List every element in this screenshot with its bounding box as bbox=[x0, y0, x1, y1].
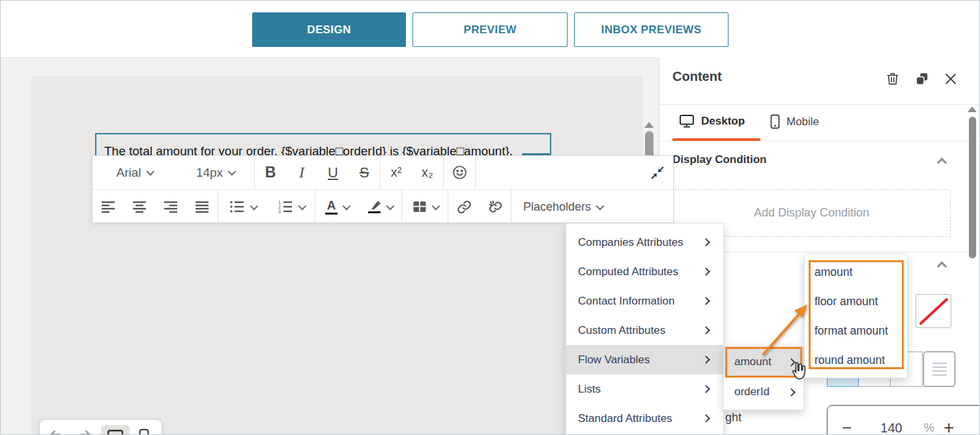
add-display-condition-label: Add Display Condition bbox=[754, 206, 869, 220]
table-button[interactable] bbox=[402, 190, 448, 224]
flow-variables-submenu: amount orderId bbox=[723, 346, 804, 410]
mobile-preview-toggle[interactable] bbox=[139, 428, 149, 435]
collapse-toolbar-button[interactable] bbox=[642, 156, 673, 189]
duplicate-icon[interactable] bbox=[915, 72, 929, 86]
chevron-down-icon bbox=[298, 202, 306, 210]
emoji-icon bbox=[452, 164, 468, 181]
font-size-value: 14px bbox=[196, 166, 223, 180]
collapse-icon bbox=[650, 166, 665, 180]
display-condition-collapse-chevron[interactable] bbox=[938, 159, 945, 166]
unlink-button[interactable] bbox=[480, 190, 511, 224]
tab-inbox-previews[interactable]: INBOX PREVIEWS bbox=[574, 12, 728, 47]
design-canvas: The total amount for your order, {$varia… bbox=[1, 58, 659, 435]
tab-preview[interactable]: PREVIEW bbox=[412, 12, 568, 47]
placeholders-menu: Companies Attributes Computed Attributes… bbox=[566, 223, 724, 435]
numbered-list-icon: 123 bbox=[278, 200, 293, 213]
chevron-down-icon bbox=[596, 202, 605, 210]
tab-mobile-label: Mobile bbox=[786, 115, 819, 128]
undo-icon[interactable] bbox=[49, 428, 66, 435]
placeholders-dropdown-button[interactable]: Placeholders bbox=[512, 190, 614, 224]
chevron-down-icon bbox=[228, 168, 237, 176]
rich-text-toolbar: Arial 14px B I U S x² x₂ bbox=[92, 155, 674, 223]
panel-scrollbar[interactable] bbox=[969, 117, 976, 258]
svg-text:2: 2 bbox=[278, 205, 281, 209]
underline-button[interactable]: U bbox=[317, 156, 349, 189]
submenu-item-orderid[interactable]: orderId bbox=[724, 377, 803, 407]
menu-item-lists[interactable]: Lists bbox=[566, 374, 723, 404]
no-color-swatch[interactable] bbox=[915, 294, 951, 328]
line-height-value[interactable]: 140 bbox=[868, 421, 915, 435]
link-button[interactable] bbox=[448, 190, 480, 224]
font-color-button[interactable]: A bbox=[315, 190, 358, 224]
superscript-button[interactable]: x² bbox=[381, 156, 412, 189]
chevron-down-icon bbox=[146, 168, 154, 176]
chevron-down-icon bbox=[250, 202, 258, 210]
tabs-divider bbox=[659, 141, 980, 142]
submenu-chevron-icon bbox=[702, 326, 710, 335]
option-amount[interactable]: amount bbox=[805, 258, 907, 287]
font-color-icon: A bbox=[325, 199, 338, 215]
submenu-chevron-icon bbox=[702, 385, 710, 393]
tab-desktop-label: Desktop bbox=[701, 115, 745, 128]
line-height-increase-button[interactable]: + bbox=[944, 417, 954, 435]
bullet-list-icon bbox=[229, 200, 245, 213]
bullet-list-button[interactable] bbox=[218, 190, 267, 224]
line-height-label: ght bbox=[725, 411, 742, 425]
font-family-value: Arial bbox=[116, 166, 141, 180]
menu-item-computed-attributes[interactable]: Computed Attributes bbox=[566, 257, 723, 286]
table-icon bbox=[412, 200, 427, 213]
desktop-preview-toggle[interactable] bbox=[101, 425, 130, 435]
tab-mobile[interactable]: Mobile bbox=[770, 114, 819, 129]
email-body-area[interactable] bbox=[31, 76, 642, 435]
top-mode-bar: DESIGN PREVIEW INBOX PREVIEWS bbox=[1, 1, 659, 58]
submenu-chevron-icon bbox=[702, 414, 710, 423]
strikethrough-button[interactable]: S bbox=[349, 156, 380, 189]
menu-item-standard-attributes[interactable]: Standard Attributes bbox=[566, 404, 723, 433]
history-preview-mini-bar bbox=[40, 420, 162, 435]
placeholders-label: Placeholders bbox=[523, 200, 591, 214]
redo-icon[interactable] bbox=[75, 428, 92, 435]
bold-button[interactable]: B bbox=[255, 156, 286, 189]
style-section-collapse-chevron[interactable] bbox=[938, 263, 945, 270]
tab-desktop[interactable]: Desktop bbox=[679, 114, 745, 128]
numbered-list-button[interactable]: 123 bbox=[267, 190, 315, 224]
svg-text:3: 3 bbox=[278, 209, 281, 214]
line-height-decrease-button[interactable]: − bbox=[842, 418, 868, 435]
emoji-button[interactable] bbox=[444, 156, 475, 189]
trash-icon[interactable] bbox=[886, 72, 900, 86]
line-height-stepper: − 140 % + bbox=[827, 405, 980, 435]
subscript-button[interactable]: x₂ bbox=[412, 156, 443, 189]
menu-item-contact-information[interactable]: Contact Information bbox=[566, 286, 723, 316]
email-editor-app: DESIGN PREVIEW INBOX PREVIEWS The total … bbox=[0, 0, 980, 435]
menu-item-companies-attributes[interactable]: Companies Attributes bbox=[566, 228, 723, 257]
align-justify-button[interactable] bbox=[186, 190, 218, 224]
option-round-amount[interactable]: round amount bbox=[805, 346, 907, 375]
align-left-button[interactable] bbox=[93, 190, 124, 224]
submenu-chevron-icon bbox=[702, 238, 710, 247]
submenu-chevron-icon bbox=[702, 355, 710, 364]
font-family-select[interactable]: Arial bbox=[93, 156, 176, 189]
tab-design-label: DESIGN bbox=[307, 23, 351, 37]
align-center-button[interactable] bbox=[124, 190, 155, 224]
close-icon[interactable] bbox=[944, 72, 958, 86]
tab-design[interactable]: DESIGN bbox=[252, 12, 406, 47]
chevron-down-icon bbox=[343, 202, 351, 210]
tab-preview-label: PREVIEW bbox=[463, 23, 516, 37]
menu-item-custom-attributes[interactable]: Custom Attributes bbox=[566, 316, 723, 345]
option-floor-amount[interactable]: floor amount bbox=[805, 287, 907, 316]
canvas-scroll-up-arrow[interactable] bbox=[644, 122, 654, 128]
submenu-chevron-icon bbox=[787, 358, 796, 367]
italic-button[interactable]: I bbox=[286, 156, 317, 189]
submenu-item-amount[interactable]: amount bbox=[724, 347, 803, 377]
panel-scroll-up-arrow[interactable] bbox=[968, 106, 977, 112]
align-right-button[interactable] bbox=[155, 190, 186, 224]
mobile-icon bbox=[770, 114, 780, 129]
submenu-chevron-icon bbox=[702, 267, 710, 276]
align-option-justify[interactable] bbox=[923, 352, 955, 387]
menu-item-flow-variables[interactable]: Flow Variables bbox=[566, 345, 723, 374]
font-size-select[interactable]: 14px bbox=[176, 156, 254, 189]
panel-title: Content bbox=[672, 69, 722, 84]
highlight-color-button[interactable] bbox=[358, 190, 401, 224]
highlight-color-icon bbox=[368, 200, 381, 213]
option-format-amount[interactable]: format amount bbox=[805, 316, 907, 346]
